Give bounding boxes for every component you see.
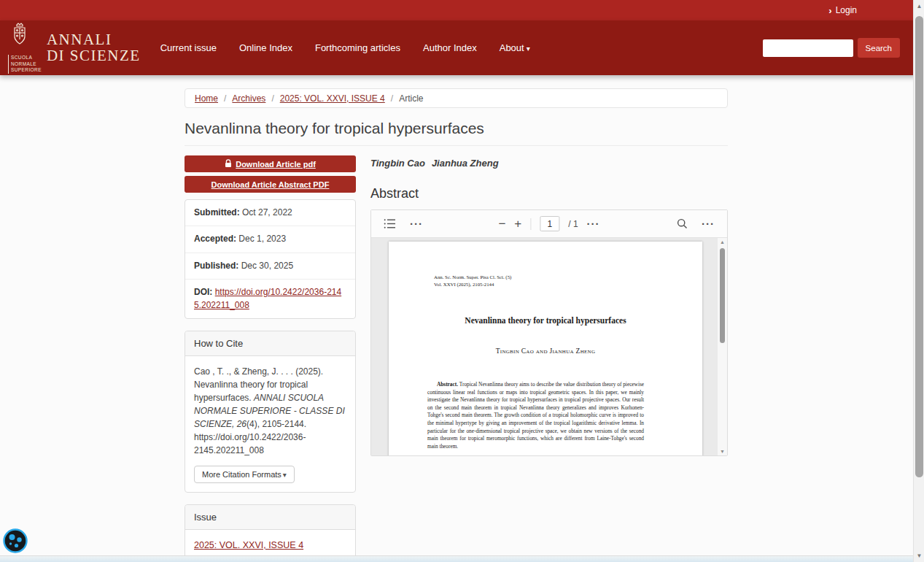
article-details-card: Submitted: Oct 27, 2022 Accepted: Dec 1,… (185, 199, 356, 319)
nav-forthcoming-articles[interactable]: Forthcoming articles (315, 42, 400, 53)
login-link[interactable]: › Login (828, 5, 857, 15)
site-logo[interactable]: SCUOLA NORMALE SUPERIORE ANNALI DI SCIEN… (7, 22, 141, 73)
scrollbar-down-icon[interactable]: ▼ (914, 553, 924, 559)
article-body: Tingbin Cao Jianhua Zheng Abstract (370, 155, 728, 562)
scrollbar-up-icon[interactable]: ▲ (914, 3, 924, 9)
download-abstract-pdf-button[interactable]: Download Article Abstract PDF (185, 176, 356, 193)
chevron-down-icon: ▾ (527, 45, 530, 53)
pdf-scroll-down-icon[interactable]: ▼ (718, 449, 727, 454)
site-header: SCUOLA NORMALE SUPERIORE ANNALI DI SCIEN… (0, 20, 924, 75)
main-content: Home / Archives / 2025: VOL. XXVI, ISSUE… (185, 75, 728, 562)
download-article-pdf-button[interactable]: Download Article pdf (185, 155, 356, 172)
how-to-cite-card: How to Cite Cao , T. ., & Zheng, J. . . … (185, 331, 356, 493)
pdf-more-tools-icon[interactable]: ··· (410, 218, 423, 230)
top-bar: › Login (0, 0, 924, 20)
zoom-in-icon[interactable]: + (514, 218, 521, 230)
submitted-row: Submitted: Oct 27, 2022 (185, 200, 355, 226)
logo-journal-title: ANNALI DI SCIENZE (47, 31, 141, 63)
breadcrumb-archives[interactable]: Archives (232, 93, 265, 104)
pdf-toolbar: ··· − + / 1 ··· (371, 210, 727, 238)
browser-scrollbar[interactable]: ▲ ▼ (913, 0, 924, 562)
issue-link[interactable]: 2025: VOL. XXVI, ISSUE 4 (194, 540, 303, 550)
nav-current-issue[interactable]: Current issue (160, 42, 217, 53)
page-title: Nevanlinna theory for tropical hypersurf… (185, 120, 728, 146)
breadcrumb-separator: / (271, 93, 273, 104)
accessibility-widget-button[interactable] (3, 528, 28, 553)
page-count-label: / 1 (568, 219, 578, 229)
issue-heading: Issue (185, 505, 355, 530)
pdf-page-options-icon[interactable]: ··· (587, 218, 600, 230)
search-button[interactable]: Search (858, 38, 900, 58)
pdf-viewer: ··· − + / 1 ··· (370, 209, 728, 456)
browser-scrollbar-thumb[interactable] (915, 16, 923, 477)
nav-about[interactable]: About▾ (500, 42, 530, 53)
download-abstract-pdf-label: Download Article Abstract PDF (211, 180, 330, 189)
nav-online-index[interactable]: Online Index (239, 42, 292, 53)
author-name: Jianhua Zheng (432, 158, 499, 169)
toolbar-divider (530, 218, 531, 230)
pdf-outline-icon[interactable] (384, 218, 396, 229)
breadcrumb: Home / Archives / 2025: VOL. XXVI, ISSUE… (185, 88, 728, 108)
abstract-heading: Abstract (370, 186, 728, 201)
pdf-page: Ann. Sc. Norm. Super. Pisa Cl. Sci. (5) … (389, 242, 702, 455)
pdf-scroll-up-icon[interactable]: ▲ (718, 239, 727, 245)
lock-icon (225, 159, 232, 169)
logo-institution-text: SCUOLA NORMALE SUPERIORE (8, 55, 42, 73)
zoom-out-icon[interactable]: − (498, 218, 505, 230)
breadcrumb-issue[interactable]: 2025: VOL. XXVI, ISSUE 4 (280, 93, 385, 104)
published-row: Published: Dec 30, 2025 (185, 253, 355, 279)
pdf-menu-icon[interactable]: ··· (702, 218, 715, 230)
search-input[interactable] (763, 39, 853, 57)
author-name: Tingbin Cao (370, 158, 425, 169)
pdf-scrollbar[interactable]: ▲ ▼ (718, 238, 727, 455)
page-number-input[interactable] (540, 216, 559, 231)
breadcrumb-separator: / (224, 93, 226, 104)
footer-top-strip (0, 555, 913, 562)
nav-author-index[interactable]: Author Index (423, 42, 477, 53)
header-search: Search (763, 38, 900, 58)
accepted-row: Accepted: Dec 1, 2023 (185, 226, 355, 252)
paper-abstract: Abstract. Tropical Nevanlinna theory aim… (427, 381, 644, 450)
sns-crest-icon (7, 22, 32, 54)
how-to-cite-heading: How to Cite (185, 331, 355, 356)
doi-row: DOI: https://doi.org/10.2422/2036-2145.2… (185, 279, 355, 318)
pdf-search-icon[interactable] (677, 218, 688, 229)
chevron-down-icon: ▾ (283, 471, 287, 479)
article-sidebar: Download Article pdf Download Article Ab… (185, 155, 356, 562)
login-label: Login (836, 5, 857, 15)
breadcrumb-separator: / (391, 93, 393, 104)
paper-title: Nevanlinna theory for tropical hypersurf… (389, 316, 702, 325)
breadcrumb-current: Article (399, 93, 423, 104)
download-article-pdf-label: Download Article pdf (236, 160, 316, 169)
more-citation-formats-button[interactable]: More Citation Formats▾ (194, 466, 295, 483)
pdf-content-area: Ann. Sc. Norm. Super. Pisa Cl. Sci. (5) … (371, 238, 727, 455)
article-authors: Tingbin Cao Jianhua Zheng (370, 158, 728, 169)
paper-authors: Tingbin Cao and Jianhua Zheng (389, 347, 702, 355)
paper-running-head: Ann. Sc. Norm. Super. Pisa Cl. Sci. (5) … (434, 274, 702, 288)
issue-card: Issue 2025: VOL. XXVI, ISSUE 4 (185, 504, 356, 562)
pdf-scrollbar-thumb[interactable] (720, 248, 725, 343)
breadcrumb-home[interactable]: Home (195, 93, 218, 104)
doi-link[interactable]: https://doi.org/10.2422/2036-2145.202211… (194, 287, 341, 309)
citation-text: Cao , T. ., & Zheng, J. . . . (2025). Ne… (194, 365, 346, 457)
main-nav: Current issue Online Index Forthcoming a… (160, 42, 530, 53)
login-chevron-icon: › (828, 6, 831, 15)
